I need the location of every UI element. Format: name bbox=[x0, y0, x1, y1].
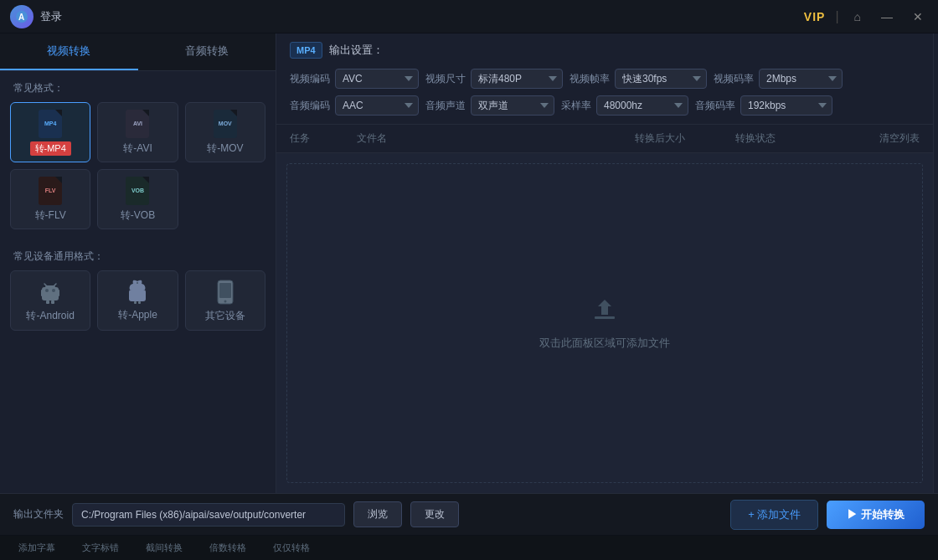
file-drop-area[interactable]: 双击此面板区域可添加文件 bbox=[286, 163, 923, 483]
format-item-apple[interactable]: 转-Apple bbox=[97, 270, 178, 331]
svg-point-23 bbox=[224, 300, 226, 302]
sample-rate-select[interactable]: 44100hz 48000hz 96000hz bbox=[596, 95, 688, 116]
video-fps-select[interactable]: 快速30fps 24fps 25fps 60fps bbox=[615, 69, 707, 89]
close-button[interactable]: ✕ bbox=[908, 7, 928, 27]
svg-point-9 bbox=[45, 289, 49, 292]
svg-rect-15 bbox=[46, 301, 49, 304]
audio-bitrate-group: 音频码率 128kbps 192kbps 256kbps bbox=[695, 95, 832, 116]
app-title: 登录 bbox=[40, 9, 62, 24]
content-area: MP4 输出设置： 视频编码 AVC HEVC MPEG-4 视频尺寸 标清48… bbox=[276, 33, 933, 493]
tab-audio[interactable]: 音频转换 bbox=[138, 33, 276, 70]
format-item-mov[interactable]: MOV 转-MOV bbox=[185, 102, 265, 162]
titlebar: A 登录 VIP | ⌂ — ✕ bbox=[0, 0, 938, 33]
audio-codec-label: 音频编码 bbox=[290, 99, 330, 113]
vob-label: 转-VOB bbox=[121, 208, 155, 223]
svg-rect-24 bbox=[595, 316, 615, 319]
output-folder-label: 输出文件夹 bbox=[13, 507, 64, 521]
video-fps-group: 视频帧率 快速30fps 24fps 25fps 60fps bbox=[570, 69, 707, 89]
format-item-vob[interactable]: VOB 转-VOB bbox=[97, 169, 178, 229]
svg-rect-18 bbox=[134, 301, 137, 304]
titlebar-divider: | bbox=[835, 9, 838, 24]
task-table-header: 任务 文件名 转换后大小 转换状态 清空列表 bbox=[276, 125, 933, 153]
audio-bitrate-label: 音频码率 bbox=[695, 99, 735, 113]
svg-rect-16 bbox=[51, 301, 54, 304]
format-item-avi[interactable]: AVI 转-AVI bbox=[97, 102, 178, 162]
tab-video[interactable]: 视频转换 bbox=[0, 33, 138, 70]
svg-marker-4 bbox=[230, 110, 237, 116]
change-button[interactable]: 更改 bbox=[410, 501, 459, 527]
video-size-select[interactable]: 标清480P 高清720P 全高清1080P bbox=[471, 69, 563, 89]
format-item-mp4[interactable]: MP4 转-MP4 bbox=[10, 102, 90, 162]
video-codec-select[interactable]: AVC HEVC MPEG-4 bbox=[335, 69, 419, 89]
common-formats-label: 常见格式： bbox=[0, 71, 276, 102]
titlebar-controls: VIP | ⌂ — ✕ bbox=[804, 0, 928, 33]
status-speed-convert[interactable]: 倍数转格 bbox=[204, 540, 251, 556]
svg-point-10 bbox=[52, 289, 55, 292]
mov-icon: MOV bbox=[210, 110, 240, 138]
tablet-icon bbox=[210, 279, 240, 306]
format-item-android[interactable]: 转-Android bbox=[10, 270, 90, 331]
svg-rect-14 bbox=[58, 290, 60, 296]
add-file-button[interactable]: + 添加文件 bbox=[730, 500, 818, 530]
avi-label: 转-AVI bbox=[123, 141, 152, 156]
output-path-input[interactable] bbox=[72, 503, 345, 527]
browse-button[interactable]: 浏览 bbox=[353, 501, 402, 527]
mp4-icon: MP4 bbox=[35, 110, 65, 138]
status-interval-convert[interactable]: 截间转换 bbox=[141, 540, 188, 556]
status-watermark[interactable]: 文字标错 bbox=[77, 540, 124, 556]
format-item-other[interactable]: 其它设备 bbox=[185, 270, 265, 331]
apple-label: 转-Apple bbox=[118, 308, 157, 322]
svg-line-11 bbox=[44, 284, 47, 286]
audio-bitrate-select[interactable]: 128kbps 192kbps 256kbps bbox=[740, 95, 832, 116]
svg-rect-17 bbox=[129, 290, 146, 301]
other-devices-label: 其它设备 bbox=[205, 309, 245, 323]
right-scrollbar[interactable] bbox=[933, 33, 938, 493]
vob-icon: VOB bbox=[122, 177, 152, 205]
convert-button[interactable]: ▶ 开始转换 bbox=[827, 501, 925, 529]
apple-icon bbox=[122, 280, 152, 305]
audio-channel-label: 音频声道 bbox=[425, 99, 466, 113]
bottom-bar: 输出文件夹 浏览 更改 + 添加文件 ▶ 开始转换 bbox=[0, 493, 938, 535]
output-settings: MP4 输出设置： 视频编码 AVC HEVC MPEG-4 视频尺寸 标清48… bbox=[276, 33, 933, 125]
video-size-group: 视频尺寸 标清480P 高清720P 全高清1080P bbox=[425, 69, 563, 89]
video-bitrate-group: 视频码率 1Mbps 2Mbps 4Mbps bbox=[714, 69, 843, 89]
clear-list-button[interactable]: 清空列表 bbox=[836, 131, 920, 146]
audio-codec-select[interactable]: AAC MP3 AC3 bbox=[335, 95, 419, 116]
android-label: 转-Android bbox=[26, 309, 74, 323]
mov-label: 转-MOV bbox=[207, 141, 243, 156]
video-fps-label: 视频帧率 bbox=[570, 72, 610, 86]
video-settings-row: 视频编码 AVC HEVC MPEG-4 视频尺寸 标清480P 高清720P … bbox=[290, 69, 920, 89]
minimize-button[interactable]: — bbox=[876, 7, 898, 27]
output-settings-title: 输出设置： bbox=[329, 43, 384, 58]
audio-channel-group: 音频声道 双声道 单声道 5.1声道 bbox=[425, 95, 554, 116]
col-task: 任务 bbox=[290, 131, 357, 146]
status-add-subtitle[interactable]: 添加字幕 bbox=[13, 540, 60, 556]
sample-rate-label: 采样率 bbox=[561, 99, 591, 113]
vip-badge[interactable]: VIP bbox=[804, 10, 826, 23]
devices-grid: 转-Android 转-Apple bbox=[0, 270, 276, 341]
video-size-label: 视频尺寸 bbox=[425, 72, 466, 86]
format-badge: MP4 bbox=[290, 42, 322, 59]
svg-marker-5 bbox=[55, 177, 62, 183]
col-size: 转换后大小 bbox=[635, 131, 735, 146]
app-logo: A bbox=[10, 5, 34, 28]
flv-icon: FLV bbox=[35, 177, 65, 205]
svg-line-12 bbox=[54, 284, 56, 286]
svg-rect-13 bbox=[41, 290, 44, 296]
sidebar: 视频转换 音频转换 常见格式： MP4 转-MP4 bbox=[0, 33, 276, 493]
video-bitrate-select[interactable]: 1Mbps 2Mbps 4Mbps bbox=[759, 69, 843, 89]
format-item-flv[interactable]: FLV 转-FLV bbox=[10, 169, 90, 229]
svg-marker-2 bbox=[55, 110, 62, 116]
status-bar: 添加字幕 文字标错 截间转换 倍数转格 仅仅转格 bbox=[0, 535, 938, 560]
audio-channel-select[interactable]: 双声道 单声道 5.1声道 bbox=[471, 95, 554, 116]
android-icon bbox=[35, 279, 65, 306]
svg-rect-7 bbox=[42, 287, 59, 301]
col-filename: 文件名 bbox=[357, 131, 635, 146]
audio-settings-row: 音频编码 AAC MP3 AC3 音频声道 双声道 单声道 5.1声道 bbox=[290, 95, 920, 116]
status-unknown1[interactable]: 仅仅转格 bbox=[268, 540, 315, 556]
col-status: 转换状态 bbox=[735, 131, 836, 146]
home-button[interactable]: ⌂ bbox=[849, 7, 866, 27]
audio-codec-group: 音频编码 AAC MP3 AC3 bbox=[290, 95, 419, 116]
drop-icon bbox=[591, 296, 618, 329]
task-area: 任务 文件名 转换后大小 转换状态 清空列表 双击此面板区域可添加文件 bbox=[276, 125, 933, 493]
